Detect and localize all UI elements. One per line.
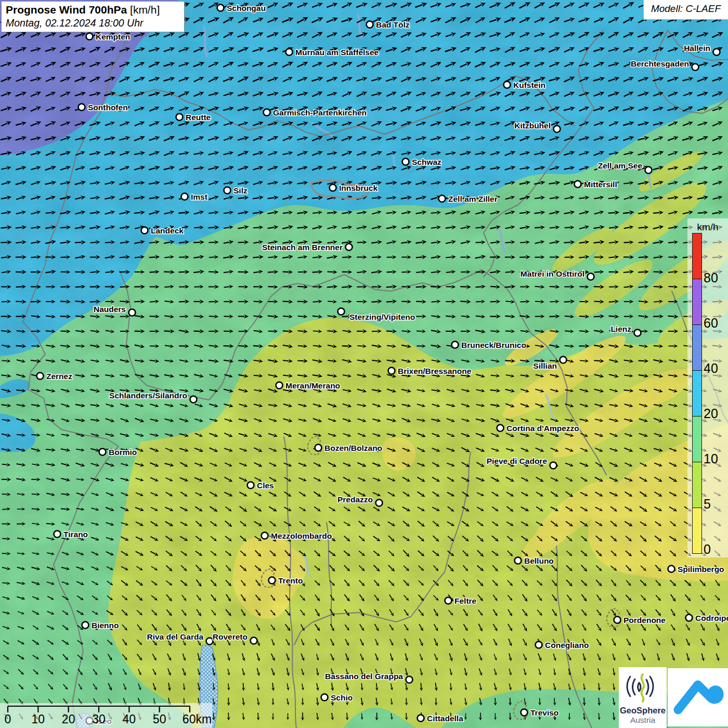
city-label: Belluno	[524, 556, 554, 565]
legend-unit-label: km/h	[687, 222, 728, 233]
city-label: Pordenone	[623, 616, 666, 625]
city-tirano: Tirano	[54, 530, 88, 539]
city-cles: Cles	[248, 481, 274, 490]
city-marker	[367, 21, 373, 28]
city-marker	[315, 445, 322, 451]
city-label: Tirano	[63, 530, 88, 539]
legend-value-20: 20	[704, 407, 718, 420]
city-label: Kufstein	[513, 81, 545, 89]
city-zernez: Zernez	[37, 372, 73, 381]
city-steinach-am-brenner: Steinach am Brenner	[262, 243, 353, 252]
city-marker	[262, 532, 268, 539]
legend-band-10	[693, 417, 701, 462]
city-label: Conegliano	[545, 641, 589, 649]
city-marker	[439, 196, 446, 202]
city-schwaz: Schwaz	[402, 158, 442, 166]
scalebar-label-20: 20	[62, 712, 75, 726]
scalebar-label-60km: 60km	[183, 712, 212, 726]
city-marker	[37, 373, 44, 380]
city-label: Lienz	[610, 324, 631, 333]
title-unit: [km/h]	[130, 4, 160, 16]
city-label: Matrei in Osttirol	[521, 269, 584, 278]
city-label: Nauders	[94, 305, 126, 314]
city-marker	[54, 531, 61, 538]
legend-band-5	[693, 462, 701, 508]
city-label: Garmisch-Partenkirchen	[273, 108, 367, 117]
city-marker	[560, 357, 567, 363]
city-label: Schwaz	[412, 158, 441, 166]
city-meran-merano: Meran/Merano	[276, 381, 341, 390]
city-marker	[99, 449, 106, 456]
city-marker	[550, 462, 557, 469]
city-label: Codroipo	[695, 614, 728, 622]
city-label: Zernez	[46, 372, 72, 381]
legend-band-80	[693, 233, 701, 279]
city-marker	[614, 617, 621, 623]
city-mezzolombardo: Mezzolombardo	[262, 531, 332, 540]
city-label: Bormio	[109, 448, 137, 457]
city-marker	[330, 185, 336, 191]
scalebar-label-30: 30	[92, 712, 106, 726]
map-title-box: Prognose Wind 700hPa [km/h] Montag, 02.1…	[1, 1, 185, 32]
city-marker	[575, 181, 581, 188]
city-marker	[286, 49, 293, 56]
legend-value-10: 10	[704, 452, 718, 465]
city-brixen-bressanone: Brixen/Bressanone	[388, 367, 472, 375]
title-parameter: Prognose Wind 700hPa	[6, 4, 127, 16]
city-cortina-d-ampezzo: Cortina d'Ampezzo	[497, 424, 579, 433]
city-marker	[536, 642, 542, 648]
city-marker	[402, 159, 409, 165]
mountain-cloud-icon	[668, 668, 728, 726]
geosphere-org-name: GeoSphere	[619, 706, 667, 716]
city-label: Imst	[191, 192, 207, 201]
wind-map: SchongauBad TölzKemptenMurnau am Staffel…	[0, 0, 728, 728]
color-legend: km/h 806040201050	[687, 218, 728, 557]
city-label: Bozen/Bolzano	[324, 444, 382, 452]
legend-colorbar	[692, 233, 702, 554]
city-label: Schongau	[227, 4, 266, 12]
city-marker	[668, 566, 675, 573]
weather-map-screenshot: SchongauBad TölzKemptenMurnau am Staffel…	[0, 0, 728, 728]
city-marker	[713, 49, 720, 56]
city-marker	[264, 109, 270, 116]
scalebar-label-10: 10	[32, 712, 45, 726]
city-label: Cittadella	[427, 714, 463, 723]
city-bruneck-brunico: Bruneck/Brunico	[452, 341, 526, 349]
legend-value-0: 0	[704, 543, 711, 556]
city-marker	[176, 114, 183, 121]
city-marker	[388, 368, 395, 374]
city-marker	[251, 638, 257, 644]
city-label: Mittersill	[584, 180, 617, 189]
legend-band-40	[693, 325, 701, 371]
model-label: Modell: C-LAEF	[651, 3, 721, 14]
city-marker	[129, 309, 136, 316]
geosphere-logo-box: GeoSphere Austria	[619, 667, 667, 728]
city-label: Predazzo	[337, 495, 373, 504]
city-label: Bassano del Grappa	[325, 672, 403, 681]
city-marker	[445, 597, 452, 604]
legend-value-80: 80	[704, 271, 718, 284]
city-label: Cortina d'Ampezzo	[506, 424, 579, 433]
legend-value-5: 5	[704, 498, 711, 511]
city-label: Murnau am Staffelsee	[295, 48, 379, 57]
city-label: Zell am See	[598, 161, 643, 170]
city-label: Meran/Merano	[285, 381, 340, 390]
legend-band-0	[693, 508, 701, 553]
city-marker	[686, 615, 693, 621]
city-marker	[321, 694, 328, 701]
city-label: Zell am Ziller	[448, 194, 498, 203]
city-marker	[504, 82, 511, 88]
city-label: Spilimbergo	[678, 565, 724, 574]
model-label-box: Modell: C-LAEF	[643, 0, 728, 20]
city-marker	[346, 244, 353, 251]
city-label: Cles	[257, 481, 274, 490]
city-marker	[206, 638, 213, 645]
city-marker	[338, 308, 345, 315]
city-schio: Schio	[321, 693, 353, 702]
city-label: Hallein	[684, 44, 710, 53]
city-marker	[406, 677, 413, 683]
city-bienno: Bienno	[82, 621, 119, 630]
city-marker	[269, 577, 276, 584]
city-marker	[418, 715, 424, 722]
city-label: Innsbruck	[339, 184, 378, 192]
